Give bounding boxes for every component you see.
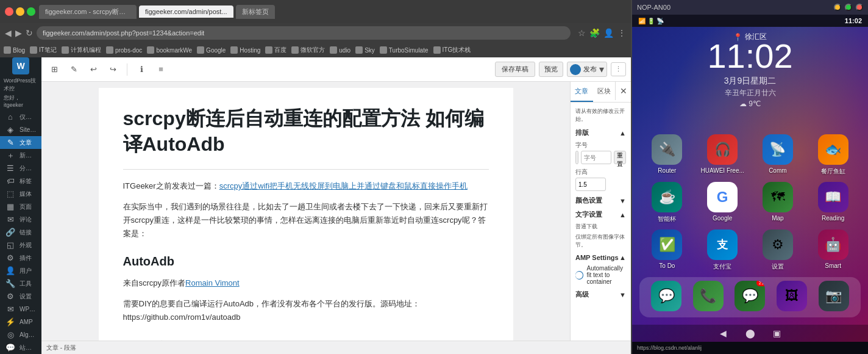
- more-options-button[interactable]: ⋮: [611, 62, 626, 76]
- block-inserter-icon[interactable]: ⊞: [46, 62, 62, 78]
- sidebar-item-tags[interactable]: 🏷 标签: [0, 175, 41, 187]
- app-item-google[interactable]: G Google: [703, 182, 742, 223]
- sidebar-item-algolia[interactable]: ◎ Algolia Search: [0, 328, 41, 341]
- browser-tab-2[interactable]: figgeeker.com/admin/post...: [139, 5, 233, 18]
- bookmark-hosting[interactable]: Hosting: [230, 46, 260, 54]
- app-item-map[interactable]: 🗺 Map: [758, 182, 797, 223]
- app-item-comm[interactable]: 📡 Comm: [758, 134, 797, 176]
- sidebar-item-dashboard[interactable]: ⌂ 仪表盘: [0, 110, 41, 123]
- panel-tab-post[interactable]: 文章: [571, 82, 593, 102]
- bookmark-probs[interactable]: probs-doc: [106, 46, 142, 54]
- font-section-header[interactable]: 排版 ▲: [575, 128, 626, 137]
- save-draft-button[interactable]: 保存草稿: [495, 62, 535, 77]
- bookmark-turbo[interactable]: TurboSimulate: [380, 46, 429, 54]
- sidebar-item-comments[interactable]: ✉ 评论: [0, 213, 41, 226]
- extension-icon[interactable]: 🧩: [589, 28, 600, 38]
- nav-recent-button[interactable]: ▣: [771, 327, 783, 339]
- link-author[interactable]: Romain Vimont: [185, 278, 240, 287]
- sidebar-item-links[interactable]: 🔗 链接: [0, 226, 41, 239]
- sidebar-item-feedback[interactable]: 💬 站点建议: [0, 341, 41, 354]
- bookmark-google[interactable]: Google: [197, 46, 226, 54]
- phone-min-btn[interactable]: [834, 4, 841, 11]
- sidebar-item-users[interactable]: 👤 用户: [0, 264, 41, 277]
- text-section-header[interactable]: 文字设置 ▲: [575, 210, 626, 219]
- amp-section-header[interactable]: AMP Settings ▲: [575, 254, 626, 261]
- app-item-alipay[interactable]: 支 支付宝: [703, 229, 742, 271]
- tools-icon[interactable]: ✎: [66, 62, 82, 78]
- app-item-gallery[interactable]: 🖼: [772, 281, 811, 314]
- browser-close-btn[interactable]: [5, 7, 13, 16]
- sidebar-item-wpmail[interactable]: ✉ WP Mail SMTP: [0, 303, 41, 316]
- post-title[interactable]: scrcpy断连后自动重连的配置方法 如何编译AutoAdb: [123, 106, 489, 157]
- app-item-huawei[interactable]: 🎧 HUAWEI Free...: [703, 134, 742, 176]
- preview-button[interactable]: 预览: [539, 62, 563, 77]
- browser-tab-3[interactable]: 新标签页: [236, 5, 275, 19]
- app-item-messages[interactable]: 💬: [647, 281, 686, 314]
- app-item-smartcup[interactable]: ☕ 智能杯: [647, 182, 686, 223]
- font-size-select[interactable]: 默认 小 中 大: [575, 151, 578, 164]
- sidebar-item-posts[interactable]: ✎ 文章: [0, 136, 41, 149]
- app-item-reading[interactable]: 📖 Reading: [814, 182, 853, 223]
- app-item-smart[interactable]: 🤖 Smart: [814, 229, 853, 271]
- browser-tab-1[interactable]: figgeeker.com - scrcpy断连后自动...: [39, 5, 137, 19]
- sidebar-item-media[interactable]: ⬚ 媒体: [0, 187, 41, 200]
- bookmark-ms[interactable]: 微软官方: [291, 46, 325, 54]
- bookmark-sky[interactable]: Sky: [355, 46, 375, 54]
- browser-min-btn[interactable]: [16, 7, 24, 16]
- sidebar-item-tools[interactable]: 🔧 工具: [0, 277, 41, 290]
- app-item-camera[interactable]: 📷: [814, 281, 853, 314]
- phone-close-btn[interactable]: [856, 4, 863, 11]
- menu-icon[interactable]: ⋮: [617, 28, 626, 38]
- panel-tab-block[interactable]: 区块: [593, 82, 616, 102]
- phone-screen[interactable]: 📍 徐汇区 11:02 3月9日星期二 辛丑年正月廿六 ☁ 9℃ 🔌 Route…: [632, 27, 868, 342]
- nav-back-button[interactable]: ◀: [717, 327, 730, 339]
- sidebar-item-new-post[interactable]: ＋ 新建文章: [0, 149, 41, 162]
- line-height-input[interactable]: [575, 178, 606, 191]
- bookmark-notes[interactable]: IT笔记: [30, 46, 57, 54]
- app-item-wechat[interactable]: 💬 21: [730, 281, 769, 314]
- sidebar-item-settings[interactable]: ⚙ 设置: [0, 290, 41, 303]
- undo-icon[interactable]: ↩: [85, 62, 101, 78]
- sidebar-item-appearance[interactable]: ◱ 外观: [0, 239, 41, 251]
- phone-max-btn[interactable]: [845, 4, 852, 11]
- advanced-section-header[interactable]: 高级 ▼: [575, 290, 626, 299]
- app-item-todo[interactable]: ✅ To Do: [647, 229, 686, 271]
- list-view-icon[interactable]: ≡: [153, 62, 169, 78]
- amp-toggle-switch[interactable]: [575, 271, 583, 280]
- color-section-header[interactable]: 颜色设置 ▼: [575, 196, 626, 205]
- post-body[interactable]: ITGeeker之前发表过一篇：scrcpy通过wifi把手机无线投屏到电脑上并…: [123, 179, 489, 341]
- font-size-input[interactable]: [581, 151, 611, 164]
- app-item-restaurant[interactable]: 🐟 餐厅鱼缸: [814, 134, 853, 176]
- star-icon[interactable]: ☆: [578, 28, 586, 38]
- profile-icon[interactable]: 👤: [603, 28, 614, 38]
- sidebar-item-amp[interactable]: ⚡ AMP: [0, 316, 41, 328]
- panel-close-button[interactable]: ✕: [615, 82, 631, 100]
- app-item-phone[interactable]: 📞: [689, 281, 728, 314]
- para-author: 来自scrcpy原作者Romain Vimont: [123, 276, 489, 290]
- nav-back-icon[interactable]: ◀: [5, 28, 12, 38]
- bookmark-baidu[interactable]: 百度: [265, 46, 286, 54]
- nav-forward-icon[interactable]: ▶: [15, 28, 22, 38]
- app-item-router[interactable]: 🔌 Router: [647, 134, 686, 176]
- sidebar-item-sitekit[interactable]: ◈ Site Kit: [0, 123, 41, 136]
- bookmark-itg[interactable]: ITG技术栈: [433, 46, 471, 54]
- bookmark-prog[interactable]: 计算机编程: [62, 46, 101, 54]
- sidebar-item-plugins[interactable]: ⚙ 插件: [0, 251, 41, 264]
- publish-arrow-icon[interactable]: ▾: [599, 63, 604, 75]
- bookmark-blog[interactable]: Blog: [4, 46, 25, 54]
- nav-home-button[interactable]: ⬤: [744, 327, 756, 339]
- bookmark-udio[interactable]: udio: [330, 46, 350, 54]
- publish-button[interactable]: 发布: [583, 65, 597, 74]
- nav-reload-icon[interactable]: ↻: [26, 28, 33, 38]
- redo-icon[interactable]: ↪: [105, 62, 121, 78]
- address-bar[interactable]: figgeeker.com/admin/post.php?post=1234&a…: [37, 26, 571, 40]
- reset-font-button[interactable]: 重置: [614, 151, 626, 164]
- link-1[interactable]: scrcpy通过wifi把手机无线投屏到电脑上并通过键盘和鼠标直接操作手机: [219, 181, 468, 190]
- sidebar-item-pages[interactable]: ▦ 页面: [0, 200, 41, 213]
- details-icon[interactable]: ℹ: [133, 62, 149, 78]
- browser-max-btn[interactable]: [27, 7, 35, 16]
- sidebar-item-categories[interactable]: ☰ 分类目录: [0, 162, 41, 175]
- app-item-settings[interactable]: ⚙ 设置: [758, 229, 797, 271]
- bookmark-bm[interactable]: bookmarkWe: [147, 46, 192, 54]
- editor-canvas-wrap[interactable]: scrcpy断连后自动重连的配置方法 如何编译AutoAdb ITGeeker之…: [41, 82, 570, 341]
